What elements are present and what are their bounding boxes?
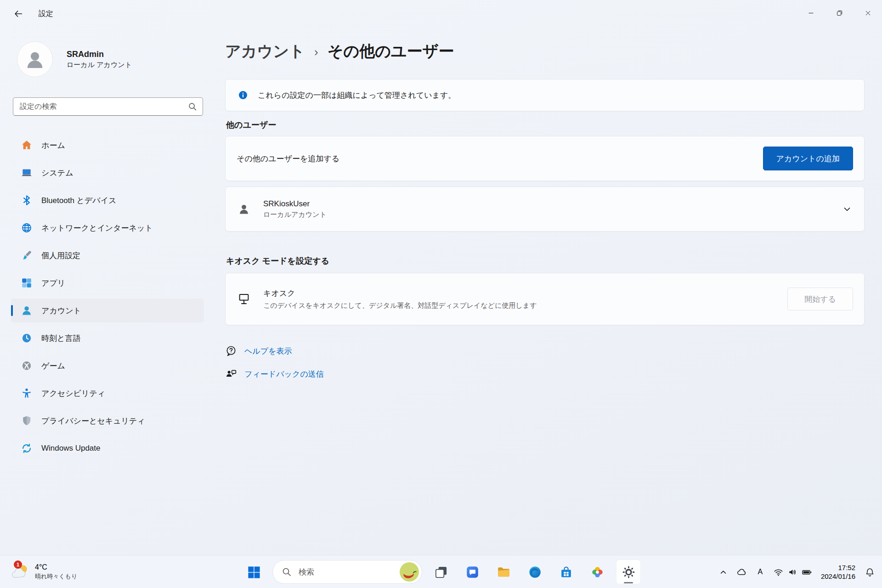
windows-update-icon <box>20 442 33 455</box>
notification-center-button[interactable] <box>861 561 878 583</box>
start-button[interactable] <box>241 560 266 584</box>
help-link-row: ヘルプを表示 <box>225 343 865 359</box>
settings-sidebar: SRAdmin ローカル アカウント ホーム システム Bluetooth とデ… <box>0 28 215 555</box>
teams-chat-button[interactable] <box>460 560 485 584</box>
clock-icon <box>20 332 33 345</box>
sidebar-item-home[interactable]: ホーム <box>11 133 204 157</box>
help-icon <box>225 345 237 357</box>
taskbar-center: 検索 <box>241 560 641 584</box>
accessibility-icon <box>20 387 33 400</box>
restore-icon <box>836 9 843 17</box>
sidebar-item-privacy-security[interactable]: プライバシーとセキュリティ <box>11 409 204 433</box>
main-content: アカウント › その他のユーザー これらの設定の一部は組織によって管理されていま… <box>215 28 882 555</box>
sidebar-item-windows-update[interactable]: Windows Update <box>11 436 204 460</box>
settings-search <box>13 97 203 116</box>
widgets-weather-button[interactable]: 1 4°C 晴れ時々くもり <box>5 558 83 586</box>
tray-overflow-button[interactable] <box>715 561 732 583</box>
sidebar-item-system[interactable]: システム <box>11 161 204 185</box>
accounts-icon <box>20 304 33 317</box>
edge-icon <box>528 565 542 579</box>
onedrive-button[interactable] <box>733 561 751 583</box>
edge-browser-button[interactable] <box>522 560 547 584</box>
chevron-down-icon[interactable] <box>841 203 853 215</box>
sidebar-item-network-internet[interactable]: ネットワークとインターネット <box>11 216 204 240</box>
close-button[interactable] <box>854 0 882 26</box>
feedback-link[interactable]: フィードバックの送信 <box>244 369 324 379</box>
system-icon <box>20 166 33 179</box>
titlebar: 設定 <box>0 0 882 28</box>
paintbrush-icon <box>20 249 33 262</box>
weather-icon: 1 <box>10 562 30 582</box>
folder-icon <box>497 565 511 579</box>
window-title: 設定 <box>39 9 53 19</box>
store-button[interactable] <box>554 560 578 584</box>
sidebar-item-accounts[interactable]: アカウント <box>11 299 204 322</box>
kiosk-display-icon <box>237 292 251 306</box>
org-managed-banner: これらの設定の一部は組織によって管理されています。 <box>225 79 865 111</box>
footer-links: ヘルプを表示 フィードバックの送信 <box>225 343 865 382</box>
store-icon <box>559 565 573 579</box>
back-arrow-icon <box>13 9 23 19</box>
sidebar-item-accessibility[interactable]: アクセシビリティ <box>11 381 204 405</box>
breadcrumb: アカウント › その他のユーザー <box>225 40 865 62</box>
task-view-button[interactable] <box>429 560 453 584</box>
other-user-type: ローカルアカウント <box>263 210 327 219</box>
breadcrumb-separator-icon: › <box>314 40 318 62</box>
tray-date: 2024/01/16 <box>821 572 855 581</box>
window-controls <box>797 0 882 26</box>
system-tray: A 17:52 2024/01/16 <box>715 555 878 588</box>
minimize-icon <box>807 9 815 17</box>
feedback-icon <box>225 368 237 380</box>
photos-button[interactable] <box>585 560 610 584</box>
info-icon <box>237 90 249 101</box>
minimize-button[interactable] <box>797 0 825 26</box>
help-link[interactable]: ヘルプを表示 <box>244 346 292 356</box>
breadcrumb-accounts[interactable]: アカウント <box>225 40 305 62</box>
search-label: 検索 <box>299 567 314 577</box>
person-icon <box>23 47 47 71</box>
sidebar-item-apps[interactable]: アプリ <box>11 271 204 295</box>
weather-condition: 晴れ時々くもり <box>35 572 77 581</box>
battery-icon <box>802 567 812 577</box>
sidebar-item-time-language[interactable]: 時刻と言語 <box>11 326 204 350</box>
home-icon <box>20 139 33 152</box>
bluetooth-icon <box>20 194 33 207</box>
file-explorer-button[interactable] <box>491 560 516 584</box>
search-icon <box>187 102 198 112</box>
chat-icon <box>465 565 480 579</box>
account-profile[interactable]: SRAdmin ローカル アカウント <box>17 41 215 77</box>
kiosk-start-button[interactable]: 開始する <box>787 288 853 311</box>
avatar <box>17 41 53 77</box>
restore-button[interactable] <box>825 0 854 26</box>
person-icon <box>237 202 251 216</box>
user-name: SRAdmin <box>67 50 132 59</box>
page-title: その他のユーザー <box>328 40 454 62</box>
volume-icon <box>787 567 798 577</box>
add-user-row: その他のユーザーを追加する アカウントの追加 <box>225 136 865 181</box>
kiosk-description: このデバイスをキオスクにして、デジタル署名、対話型ディスプレイなどに使用します <box>263 301 775 310</box>
other-user-name: SRKioskUser <box>263 199 327 209</box>
ime-indicator[interactable]: A <box>752 561 769 583</box>
close-icon <box>864 9 872 17</box>
add-account-button[interactable]: アカウントの追加 <box>763 147 853 170</box>
chevron-up-icon <box>718 567 729 577</box>
kiosk-heading: キオスク モードを設定する <box>226 255 865 266</box>
back-button[interactable] <box>9 5 28 23</box>
other-user-row[interactable]: SRKioskUser ローカルアカウント <box>225 187 865 232</box>
globe-icon <box>20 221 33 234</box>
settings-search-input[interactable] <box>13 97 203 116</box>
clock-date[interactable]: 17:52 2024/01/16 <box>816 561 860 583</box>
taskbar-search[interactable]: 検索 <box>272 560 422 584</box>
sidebar-item-personalization[interactable]: 個人用設定 <box>11 243 204 267</box>
network-volume-battery-button[interactable] <box>770 561 815 583</box>
other-users-heading: 他のユーザー <box>226 119 865 130</box>
apps-grid-icon <box>20 277 33 289</box>
kiosk-row: キオスク このデバイスをキオスクにして、デジタル署名、対話型ディスプレイなどに使… <box>225 273 865 325</box>
tray-time: 17:52 <box>838 563 855 572</box>
feedback-link-row: フィードバックの送信 <box>225 366 865 382</box>
sidebar-item-gaming[interactable]: ゲーム <box>11 354 204 378</box>
task-view-icon <box>434 565 448 579</box>
settings-app-button[interactable] <box>616 560 641 584</box>
bell-icon <box>865 567 875 577</box>
sidebar-item-bluetooth-devices[interactable]: Bluetooth とデバイス <box>11 188 204 212</box>
